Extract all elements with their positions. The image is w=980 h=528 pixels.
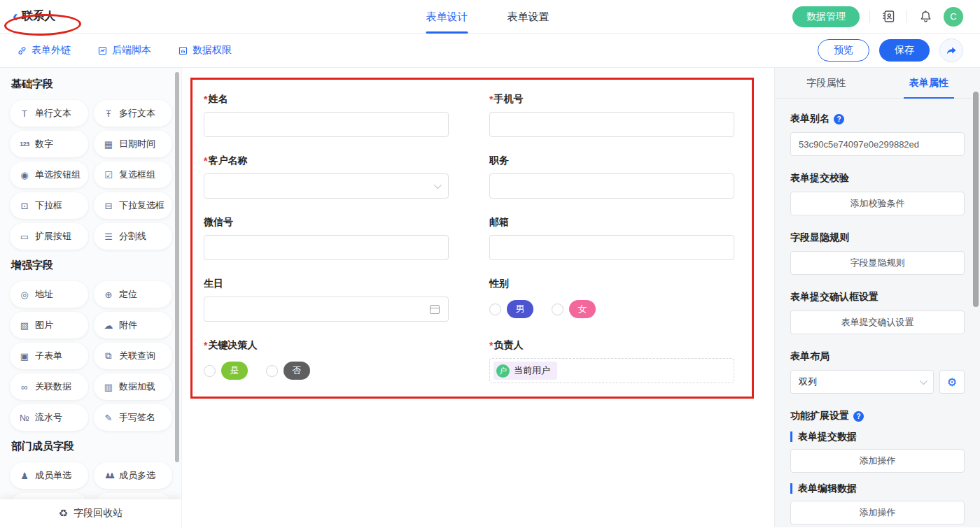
field-item-attachment[interactable]: ☁附件 <box>94 312 172 338</box>
save-button[interactable]: 保存 <box>879 39 930 62</box>
no-pill[interactable]: 否 <box>284 362 310 380</box>
divider-lines-icon: ☰ <box>103 231 114 242</box>
radio-icon[interactable] <box>489 304 501 315</box>
customer-select[interactable] <box>204 173 449 199</box>
notification-bell-icon[interactable] <box>917 8 934 25</box>
edit-data-add-action-button[interactable]: 添加操作 <box>790 501 965 525</box>
form-field-wechat[interactable]: 微信号 <box>204 215 449 260</box>
form-field-birthday[interactable]: 生日 <box>204 277 449 322</box>
field-item-image[interactable]: ▧图片 <box>10 312 88 338</box>
email-input[interactable] <box>489 235 734 260</box>
field-item-extend-button[interactable]: ▭扩展按钮 <box>10 223 88 250</box>
birthday-date-input[interactable] <box>204 297 449 322</box>
field-item-dropdown[interactable]: ⊡下拉框 <box>10 192 88 219</box>
form-field-email[interactable]: 邮箱 <box>489 215 734 260</box>
tab-form-properties[interactable]: 表单属性 <box>878 68 980 98</box>
link-icon <box>17 45 27 56</box>
user-tag-label: 当前用户 <box>514 364 550 377</box>
back-button[interactable]: ‹ 联系人 <box>0 9 55 24</box>
tab-field-properties[interactable]: 字段属性 <box>775 68 878 98</box>
field-item-data-load[interactable]: ▥数据加载 <box>94 373 172 400</box>
submit-confirm-button[interactable]: 表单提交确认设置 <box>790 311 965 334</box>
backend-script-link[interactable]: 后端脚本 <box>97 44 151 57</box>
panel-scrollbar[interactable] <box>973 92 979 307</box>
form-field-key-decision-maker[interactable]: *关键决策人 是 否 <box>204 338 449 383</box>
field-item-single-line-text[interactable]: T单行文本 <box>10 100 88 127</box>
share-button[interactable] <box>939 38 963 62</box>
radio-icon[interactable] <box>266 365 278 377</box>
data-permission-link[interactable]: 数据权限 <box>178 44 232 57</box>
submit-data-add-action-button[interactable]: 添加操作 <box>790 449 965 473</box>
form-alias-input[interactable]: 53c90c5e74097e0e299882ed <box>790 132 965 156</box>
field-recycle-bin[interactable]: ♻ 字段回收站 <box>0 499 181 527</box>
data-manage-button[interactable]: 数据管理 <box>792 6 860 27</box>
field-item-address[interactable]: ◎地址 <box>10 281 88 308</box>
field-item-checkbox-group[interactable]: ☑复选框组 <box>94 162 172 188</box>
form-field-owner[interactable]: *负责人 户 当前用户 <box>489 338 734 383</box>
preview-button[interactable]: 预览 <box>818 39 869 62</box>
locate-icon: ⊕ <box>103 290 114 300</box>
decision-option-no[interactable]: 否 <box>266 362 310 380</box>
bar-chart-icon: ▥ <box>103 382 114 392</box>
field-item-location[interactable]: ⊕定位 <box>94 281 172 308</box>
male-pill[interactable]: 男 <box>507 300 533 318</box>
contact-book-icon[interactable] <box>880 8 897 25</box>
field-item-serial-number[interactable]: №流水号 <box>10 404 88 431</box>
form-field-phone[interactable]: *手机号 <box>489 92 734 137</box>
tab-form-design[interactable]: 表单设计 <box>426 0 468 34</box>
field-library-sidebar: 基础字段 T单行文本 Ŧ多行文本 123数字 ▦日期时间 ◉单选按钮组 ☑复选框… <box>0 68 182 527</box>
field-item-divider-line[interactable]: ☰分割线 <box>94 223 172 250</box>
form-canvas[interactable]: *姓名 *手机号 *客户名称 职务 微信号 <box>182 68 774 527</box>
wechat-input[interactable] <box>204 235 449 260</box>
form-field-customer[interactable]: *客户名称 <box>204 154 449 199</box>
field-item-label: 关联数据 <box>35 380 71 393</box>
field-item-member-multi[interactable]: ♟♟成员多选 <box>94 462 172 489</box>
name-input[interactable] <box>204 112 449 137</box>
submit-confirm-label: 表单提交确认框设置 <box>790 291 965 304</box>
gender-option-male[interactable]: 男 <box>489 300 533 318</box>
add-validation-button[interactable]: 添加校验条件 <box>790 192 965 215</box>
field-item-datetime[interactable]: ▦日期时间 <box>94 131 172 157</box>
field-item-related-query[interactable]: ⧉关联查询 <box>94 343 172 369</box>
field-item-label: 图片 <box>35 319 53 331</box>
help-icon[interactable]: ? <box>853 411 864 422</box>
form-field-gender[interactable]: 性别 男 女 <box>489 277 734 322</box>
gender-option-female[interactable]: 女 <box>552 300 596 318</box>
permission-icon <box>178 45 188 56</box>
form-field-position[interactable]: 职务 <box>489 154 734 199</box>
field-item-subform[interactable]: ▣子表单 <box>10 343 88 369</box>
header-actions: 数据管理 C <box>792 6 980 27</box>
calendar-icon <box>430 305 440 314</box>
field-item-label: 关联查询 <box>119 350 155 362</box>
female-pill[interactable]: 女 <box>569 300 596 318</box>
help-icon[interactable]: ? <box>834 114 844 124</box>
yes-pill[interactable]: 是 <box>221 362 248 380</box>
sidebar-scrollbar[interactable] <box>175 72 179 462</box>
layout-settings-button[interactable]: ⚙ <box>939 370 965 394</box>
phone-input[interactable] <box>489 112 734 137</box>
field-item-signature[interactable]: ✎手写签名 <box>94 404 172 431</box>
radio-icon[interactable] <box>204 365 216 377</box>
field-item-radio-group[interactable]: ◉单选按钮组 <box>10 162 88 188</box>
radio-icon[interactable] <box>552 304 564 315</box>
field-label: 微信号 <box>204 216 233 229</box>
current-user-tag[interactable]: 户 当前用户 <box>493 362 557 380</box>
field-item-number[interactable]: 123数字 <box>10 131 88 157</box>
user-avatar[interactable]: C <box>944 7 963 27</box>
field-visibility-button[interactable]: 字段显隐规则 <box>790 251 965 275</box>
position-input[interactable] <box>489 173 734 199</box>
field-item-related-data[interactable]: ∞关联数据 <box>10 373 88 400</box>
tool-actions: 预览 保存 <box>818 38 963 62</box>
field-item-multi-dropdown[interactable]: ⊟下拉复选框 <box>94 192 172 219</box>
owner-user-picker[interactable]: 户 当前用户 <box>489 358 734 383</box>
form-external-link[interactable]: 表单外链 <box>17 44 71 57</box>
form-layout-select[interactable]: 双列 <box>790 370 934 394</box>
field-item-label: 下拉框 <box>35 199 62 212</box>
submit-validation-label: 表单提交校验 <box>790 172 965 185</box>
field-item-multi-line-text[interactable]: Ŧ多行文本 <box>94 100 172 127</box>
submit-data-sub-label: 表单提交数据 <box>790 431 965 442</box>
field-item-member-single[interactable]: ♟成员单选 <box>10 462 88 489</box>
tab-form-settings[interactable]: 表单设置 <box>507 0 549 34</box>
decision-option-yes[interactable]: 是 <box>204 362 248 380</box>
form-field-name[interactable]: *姓名 <box>204 92 449 137</box>
